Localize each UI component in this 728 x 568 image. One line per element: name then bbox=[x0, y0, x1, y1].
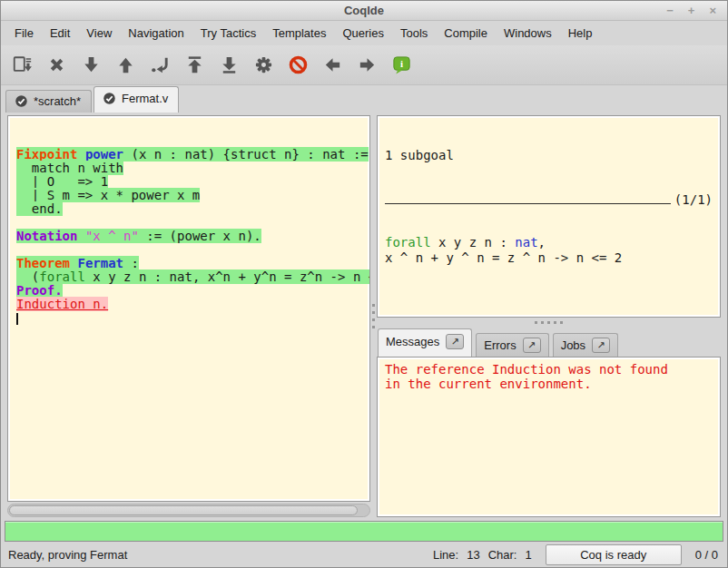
main-area: Fixpoint power (x n : nat) {struct n} : … bbox=[1, 113, 727, 519]
code-token: | O => 1 bbox=[16, 174, 108, 189]
horizontal-scrollbar[interactable] bbox=[7, 504, 370, 517]
tab-label: Messages bbox=[386, 335, 439, 348]
message-line: in the current environment. bbox=[385, 377, 713, 391]
code-token: "x ^ n" bbox=[85, 229, 139, 243]
code-line[interactable]: Notation "x ^ n" := (power x n). bbox=[16, 230, 369, 243]
code-line[interactable] bbox=[16, 216, 369, 230]
highlight-span: match n with bbox=[16, 161, 123, 175]
code-token: := (power x n). bbox=[139, 229, 261, 243]
step-backward-button[interactable] bbox=[113, 53, 137, 78]
code-line[interactable]: Proof. bbox=[16, 284, 369, 298]
tab-messages[interactable]: Messages↗ bbox=[378, 328, 472, 357]
menu-file[interactable]: File bbox=[6, 23, 42, 44]
document-tabbar: *scratch*Fermat.v bbox=[1, 85, 727, 113]
char-label: Char: bbox=[488, 548, 517, 562]
about-button[interactable]: i bbox=[389, 53, 413, 78]
code-line[interactable] bbox=[16, 243, 369, 257]
maximize-button[interactable]: + bbox=[688, 5, 695, 17]
close-button[interactable]: × bbox=[709, 5, 716, 17]
menu-windows[interactable]: Windows bbox=[496, 23, 560, 44]
scrollbar-thumb[interactable] bbox=[9, 505, 358, 515]
code-editor[interactable]: Fixpoint power (x n : nat) {struct n} : … bbox=[7, 115, 370, 502]
code-line[interactable]: Fixpoint power (x n : nat) {struct n} : … bbox=[16, 148, 369, 162]
code-line[interactable]: (forall x y z n : nat, x^n + y^n = z^n -… bbox=[16, 270, 369, 284]
coqide-window: CoqIde − + × FileEditViewNavigationTry T… bbox=[0, 0, 728, 568]
message-line: The reference Induction was not found bbox=[385, 362, 713, 377]
messages-panel[interactable]: The reference Induction was not foundin … bbox=[377, 357, 721, 517]
code-token: ( bbox=[16, 269, 39, 284]
interrupt-icon bbox=[288, 54, 309, 75]
code-token: Proof. bbox=[16, 283, 63, 298]
goal-separator: (1/1) bbox=[385, 191, 713, 208]
code-token: Fixpoint bbox=[16, 147, 77, 162]
menu-templates[interactable]: Templates bbox=[264, 23, 334, 44]
save-icon bbox=[12, 54, 33, 75]
editor-pane: Fixpoint power (x n : nat) {struct n} : … bbox=[7, 115, 370, 517]
highlight-span: Notation "x ^ n" := (power x n). bbox=[16, 229, 261, 243]
horizontal-splitter[interactable] bbox=[377, 318, 721, 327]
step-forward-button[interactable] bbox=[79, 53, 103, 78]
line-value: 13 bbox=[467, 548, 479, 562]
code-line[interactable]: match n with bbox=[16, 162, 369, 175]
code-token: | S m => x * power x m bbox=[16, 188, 200, 202]
code-line: forall x y z n : nat, bbox=[385, 235, 713, 250]
menu-help[interactable]: Help bbox=[560, 23, 601, 44]
tab-label: Fermat.v bbox=[122, 92, 168, 105]
goto-cursor-button[interactable] bbox=[148, 53, 172, 78]
menu-navigation[interactable]: Navigation bbox=[120, 23, 192, 44]
code-token: x y z n : nat, x^n + y^n = z^n -> n <= bbox=[85, 269, 370, 284]
restart-icon bbox=[184, 54, 205, 75]
fully-check-icon bbox=[253, 54, 274, 75]
stop-icon bbox=[46, 54, 67, 75]
code-line[interactable]: Theorem Fermat : bbox=[16, 257, 369, 270]
detach-button[interactable]: ↗ bbox=[446, 334, 464, 349]
code-token: end. bbox=[16, 201, 63, 216]
code-token: forall bbox=[385, 235, 431, 250]
check-icon bbox=[15, 94, 28, 108]
toolbar: i bbox=[1, 45, 727, 85]
next-button[interactable] bbox=[355, 53, 379, 78]
menu-queries[interactable]: Queries bbox=[334, 23, 392, 44]
code-line[interactable]: | O => 1 bbox=[16, 175, 369, 189]
tab-errors[interactable]: Errors↗ bbox=[476, 333, 548, 357]
fully-check-button[interactable] bbox=[251, 53, 275, 78]
coq-status-button[interactable]: Coq is ready bbox=[546, 544, 682, 565]
code-line[interactable] bbox=[16, 311, 369, 325]
save-button[interactable] bbox=[10, 53, 34, 78]
progress-bar bbox=[5, 521, 723, 542]
window-title: CoqIde bbox=[1, 4, 727, 17]
highlight-span: Theorem Fermat : bbox=[16, 256, 139, 270]
code-line[interactable]: | S m => x * power x m bbox=[16, 189, 369, 202]
detach-button[interactable]: ↗ bbox=[592, 338, 610, 353]
next-icon bbox=[357, 54, 378, 75]
tab-fermat.v[interactable]: Fermat.v bbox=[93, 86, 179, 113]
menu-tools[interactable]: Tools bbox=[392, 23, 436, 44]
stop-button[interactable] bbox=[44, 53, 68, 78]
line-label: Line: bbox=[433, 548, 458, 562]
code-line[interactable]: Induction n. bbox=[16, 298, 369, 311]
detach-button[interactable]: ↗ bbox=[523, 338, 541, 353]
code-line[interactable]: end. bbox=[16, 202, 369, 216]
tab-jobs[interactable]: Jobs↗ bbox=[553, 333, 618, 357]
vertical-splitter[interactable] bbox=[370, 115, 377, 517]
goal-counter: (1/1) bbox=[674, 192, 713, 208]
previous-button[interactable] bbox=[320, 53, 344, 78]
menu-try-tactics[interactable]: Try Tactics bbox=[192, 23, 264, 44]
restart-button[interactable] bbox=[182, 53, 206, 78]
svg-text:i: i bbox=[399, 58, 402, 69]
menu-compile[interactable]: Compile bbox=[436, 23, 496, 44]
highlight-span: | O => 1 bbox=[16, 174, 108, 189]
menu-view[interactable]: View bbox=[78, 23, 120, 44]
tab-scratch[interactable]: *scratch* bbox=[5, 90, 92, 113]
code-token bbox=[77, 229, 84, 243]
goto-end-button[interactable] bbox=[217, 53, 241, 78]
menu-edit[interactable]: Edit bbox=[42, 23, 78, 44]
tab-label: *scratch* bbox=[34, 94, 81, 108]
code-token: : bbox=[123, 256, 139, 270]
minimize-button[interactable]: − bbox=[666, 5, 674, 17]
titlebar[interactable]: CoqIde − + × bbox=[1, 1, 727, 21]
goal-panel[interactable]: 1 subgoal (1/1) forall x y z n : nat,x ^… bbox=[377, 115, 721, 318]
interrupt-button[interactable] bbox=[286, 53, 310, 78]
previous-icon bbox=[322, 54, 343, 75]
subgoal-count: 1 subgoal bbox=[385, 148, 713, 163]
